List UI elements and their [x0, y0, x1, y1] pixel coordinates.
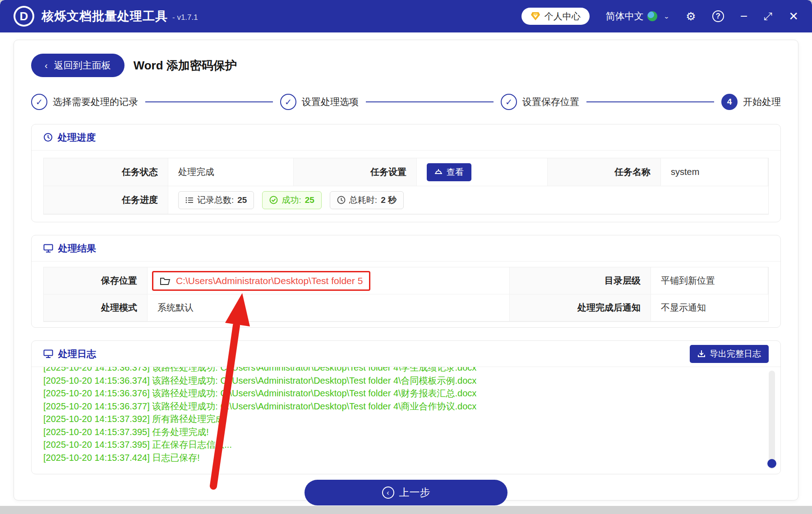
step-label: 设置保存位置 [522, 96, 579, 108]
log-entry: [2025-10-20 14:15:37.424] 日志已保存! [43, 451, 753, 464]
personal-center-button[interactable]: 个人中心 [521, 8, 590, 25]
dir-level-value: 平铺到新位置 [651, 267, 768, 294]
step-4-start-processing[interactable]: 4 开始处理 [721, 94, 781, 110]
previous-step-label: 上一步 [399, 486, 430, 500]
step-label: 开始处理 [743, 96, 781, 108]
elapsed-value: 2 秒 [381, 194, 397, 206]
result-section-title: 处理结果 [58, 242, 96, 255]
log-entry: [2025-10-20 14:15:36.377] 该路径处理成功: C:\Us… [43, 400, 753, 413]
log-entry: [2025-10-20 14:15:36.374] 该路径处理成功: C:\Us… [43, 374, 753, 387]
log-viewport[interactable]: [2025-10-20 14:15:36.373] 该路径处理成功: C:\Us… [32, 367, 780, 474]
total-records-value: 25 [237, 195, 247, 205]
log-section-title: 处理日志 [58, 348, 96, 360]
elapsed-time-badge: 总耗时: 2 秒 [330, 191, 404, 209]
save-location-annotation-box: C:\Users\Administrator\Desktop\Test fold… [152, 271, 370, 291]
resize-icon[interactable]: ⤢ [764, 11, 772, 22]
app-logo-letter: D [15, 8, 32, 25]
titlebar: D 核烁文档批量处理工具 - v1.7.1 个人中心 简体中文 ⌄ ⚙ ? − … [0, 0, 812, 32]
help-icon[interactable]: ? [712, 10, 724, 22]
success-label: 成功: [281, 194, 301, 206]
log-scrollbar-thumb[interactable] [767, 459, 776, 468]
previous-step-button[interactable]: ‹ 上一步 [304, 480, 508, 505]
task-settings-label: 任务设置 [294, 158, 417, 186]
main-panel: ‹ 返回到主面板 Word 添加密码保护 ✓ 选择需要处理的记录 ✓ 设置处理选… [14, 40, 798, 500]
back-button-label: 返回到主面板 [54, 59, 111, 72]
log-entry: [2025-10-20 14:15:37.395] 任务处理完成! [43, 426, 753, 439]
export-log-button[interactable]: 导出完整日志 [690, 345, 769, 363]
success-count-badge: 成功: 25 [262, 191, 321, 209]
step-1-select-records[interactable]: ✓ 选择需要处理的记录 [31, 94, 138, 110]
total-records-label: 记录总数: [197, 194, 234, 206]
result-table: 保存位置 C:\Users\Administrator\Desktop\Test… [43, 267, 769, 322]
vip-gem-icon [531, 12, 540, 21]
download-icon [697, 350, 706, 358]
dir-level-label: 目录层级 [510, 267, 651, 294]
language-selector[interactable]: 简体中文 ⌄ [606, 10, 669, 23]
step-connector [366, 101, 494, 103]
progress-section: 处理进度 任务状态 处理完成 任务设置 查看 [31, 124, 781, 222]
task-progress-badges: 记录总数: 25 成功: 25 [168, 186, 768, 214]
process-mode-value: 系统默认 [148, 294, 510, 321]
gear-icon[interactable]: ⚙ [686, 11, 696, 22]
globe-icon [647, 11, 657, 21]
process-mode-label: 处理模式 [44, 294, 148, 321]
task-status-value: 处理完成 [168, 158, 294, 186]
notify-label: 处理完成后通知 [510, 294, 651, 321]
export-log-label: 导出完整日志 [710, 348, 761, 360]
step-label: 选择需要处理的记录 [53, 96, 138, 108]
chevron-left-circle-icon: ‹ [382, 486, 394, 499]
step-label: 设置处理选项 [302, 96, 359, 108]
step-check-icon: ✓ [31, 94, 47, 110]
task-status-label: 任务状态 [44, 158, 168, 186]
app-version: - v1.7.1 [172, 13, 198, 22]
view-task-settings-button[interactable]: 查看 [427, 163, 471, 181]
step-indicator: ✓ 选择需要处理的记录 ✓ 设置处理选项 ✓ 设置保存位置 4 开始处理 [31, 92, 781, 111]
clock-icon [43, 133, 53, 142]
folder-icon [160, 276, 171, 285]
log-entry: [2025-10-20 14:15:36.373] 该路径处理成功: C:\Us… [43, 367, 753, 374]
log-section: 处理日志 导出完整日志 [2025-10-20 14:15:36.373] 该路… [31, 340, 781, 474]
result-section: 处理结果 保存位置 C:\Users\Administrator\Desktop… [31, 235, 781, 328]
log-section-header: 处理日志 导出完整日志 [32, 341, 780, 367]
check-circle-icon [269, 196, 278, 204]
elapsed-label: 总耗时: [349, 194, 377, 206]
step-2-options[interactable]: ✓ 设置处理选项 [280, 94, 359, 110]
success-value: 25 [305, 195, 314, 205]
back-to-dashboard-button[interactable]: ‹ 返回到主面板 [31, 54, 125, 77]
step-3-save-location[interactable]: ✓ 设置保存位置 [501, 94, 579, 110]
progress-section-title: 处理进度 [58, 131, 96, 144]
step-check-icon: ✓ [280, 94, 296, 110]
monitor-icon [43, 349, 53, 358]
result-section-header: 处理结果 [32, 235, 780, 262]
step-connector [586, 101, 714, 103]
log-lines: [2025-10-20 14:15:36.373] 该路径处理成功: C:\Us… [43, 367, 753, 464]
save-location-link[interactable]: C:\Users\Administrator\Desktop\Test fold… [176, 275, 363, 286]
monitor-icon [43, 244, 53, 253]
app-logo: D [14, 6, 34, 27]
personal-center-label: 个人中心 [544, 10, 581, 23]
task-name-value: system [661, 158, 768, 186]
progress-table: 任务状态 处理完成 任务设置 查看 任务名称 [43, 158, 769, 215]
task-progress-label: 任务进度 [44, 186, 168, 214]
step-number-badge: 4 [721, 94, 738, 110]
task-name-label: 任务名称 [548, 158, 661, 186]
log-scrollbar-track[interactable] [769, 371, 775, 469]
minimize-icon[interactable]: − [740, 10, 747, 23]
step-connector [145, 101, 273, 103]
step-check-icon: ✓ [501, 94, 517, 110]
app-window: D 核烁文档批量处理工具 - v1.7.1 个人中心 简体中文 ⌄ ⚙ ? − … [0, 0, 812, 506]
page-header: ‹ 返回到主面板 Word 添加密码保护 [31, 54, 781, 77]
close-icon[interactable]: ✕ [789, 10, 798, 22]
save-location-label: 保存位置 [44, 267, 148, 294]
log-entry: [2025-10-20 14:15:37.395] 正在保存日志信息... [43, 438, 753, 451]
chevron-down-icon: ⌄ [664, 13, 669, 19]
log-entry: [2025-10-20 14:15:36.376] 该路径处理成功: C:\Us… [43, 387, 753, 400]
language-label: 简体中文 [606, 10, 644, 23]
notify-value: 不显示通知 [651, 294, 768, 321]
clock-icon [337, 196, 346, 204]
view-button-label: 查看 [447, 166, 464, 178]
progress-section-header: 处理进度 [32, 124, 780, 151]
log-entry: [2025-10-20 14:15:37.392] 所有路径处理完成! [43, 413, 753, 426]
chevron-left-icon: ‹ [45, 60, 48, 71]
view-icon [434, 168, 443, 176]
